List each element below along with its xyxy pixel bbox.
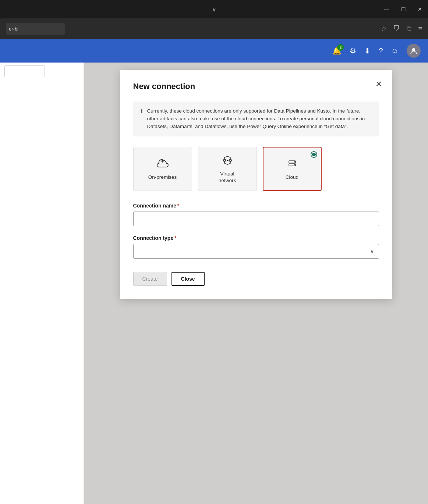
on-premises-icon	[156, 157, 169, 170]
svg-point-6	[294, 164, 295, 165]
notification-badge: 2	[337, 44, 344, 51]
modal-title: New connection	[133, 82, 379, 91]
cloud-card[interactable]: Cloud	[263, 147, 322, 191]
notification-icon[interactable]: 🔔 2	[332, 46, 342, 55]
svg-point-5	[294, 161, 295, 162]
modal-overlay: New connection ✕ ℹ Currently, these clou…	[84, 63, 428, 504]
virtual-network-icon	[221, 154, 234, 167]
sidebar-search[interactable]	[4, 65, 45, 77]
help-icon[interactable]: ?	[379, 47, 383, 55]
address-text: er-bi	[9, 26, 18, 32]
titlebar-chevron[interactable]: ∨	[212, 6, 216, 13]
feedback-icon[interactable]: ☺	[391, 47, 399, 55]
bookmark-icon[interactable]: ☆	[381, 25, 387, 33]
cloud-card-radio	[311, 151, 317, 158]
svg-point-0	[412, 48, 415, 51]
browser-navbar: er-bi ☆ ⛉ ⧉ ≡	[0, 18, 428, 39]
info-text: Currently, these cloud connections are o…	[147, 107, 372, 131]
connection-name-group: Connection name*	[133, 203, 379, 226]
button-row: Create Close	[133, 272, 379, 286]
main-area: New connection ✕ ℹ Currently, these clou…	[0, 63, 428, 504]
connection-type-select[interactable]	[133, 244, 379, 259]
on-premises-card[interactable]: On-premises	[133, 147, 192, 191]
cloud-icon	[286, 157, 299, 170]
create-button[interactable]: Create	[133, 272, 167, 286]
close-button[interactable]: Close	[171, 272, 205, 286]
modal-close-button[interactable]: ✕	[375, 80, 382, 88]
info-banner: ℹ Currently, these cloud connections are…	[133, 102, 379, 136]
powerbi-topbar: 🔔 2 ⚙ ⬇ ? ☺	[0, 39, 428, 63]
svg-point-2	[229, 159, 231, 162]
close-button[interactable]: ✕	[418, 6, 422, 12]
minimize-button[interactable]: —	[384, 6, 389, 12]
menu-icon[interactable]: ≡	[418, 25, 422, 33]
extension-icon[interactable]: ⧉	[407, 25, 411, 33]
virtual-network-label: Virtualnetwork	[219, 171, 236, 184]
maximize-button[interactable]: ☐	[401, 6, 406, 12]
connection-type-select-wrapper: ∨	[133, 244, 379, 259]
address-bar[interactable]: er-bi	[6, 23, 65, 35]
avatar[interactable]	[407, 44, 421, 58]
shield-icon[interactable]: ⛉	[393, 25, 400, 33]
info-icon: ℹ	[141, 108, 143, 131]
connection-type-required: *	[174, 235, 176, 241]
connection-type-cards: On-premises Virtualnetwork	[133, 147, 379, 191]
sidebar	[0, 63, 84, 504]
browser-titlebar: ∨ — ☐ ✕	[0, 0, 428, 18]
connection-name-label: Connection name*	[133, 203, 379, 209]
virtual-network-card[interactable]: Virtualnetwork	[198, 147, 257, 191]
svg-point-1	[223, 159, 226, 162]
settings-icon[interactable]: ⚙	[350, 46, 356, 55]
connection-name-input[interactable]	[133, 212, 379, 226]
content-area: New connection ✕ ℹ Currently, these clou…	[84, 63, 428, 504]
download-icon[interactable]: ⬇	[364, 46, 371, 55]
connection-type-group: Connection type* ∨	[133, 235, 379, 259]
new-connection-modal: New connection ✕ ℹ Currently, these clou…	[120, 70, 392, 299]
on-premises-label: On-premises	[148, 174, 177, 181]
connection-name-required: *	[177, 203, 179, 209]
connection-type-label: Connection type*	[133, 235, 379, 241]
cloud-label: Cloud	[286, 174, 298, 181]
